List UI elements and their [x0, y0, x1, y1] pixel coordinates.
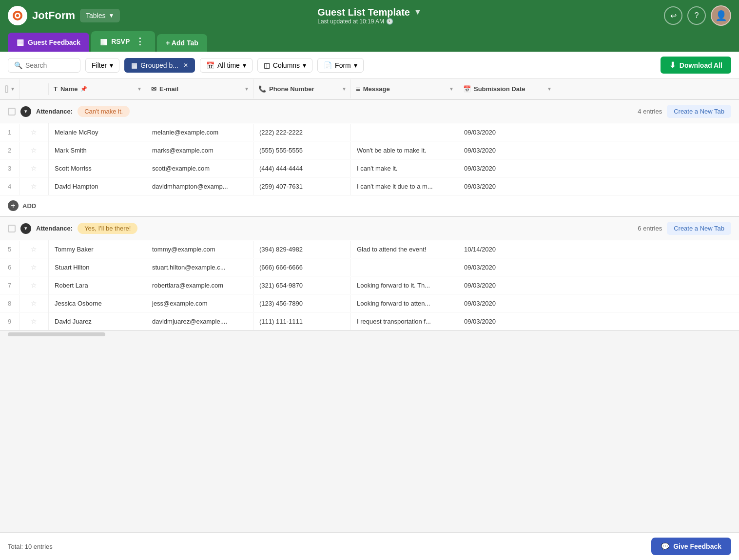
add-circle-icon: + [8, 200, 19, 211]
group-row-cant-make-it: ▾ Attendance: Can't make it. 4 entries C… [0, 100, 739, 123]
add-label: ADD [22, 202, 36, 210]
row-num-4: 4 [0, 178, 19, 195]
grouped-by-button[interactable]: ▦ Grouped b... ✕ [124, 58, 195, 73]
rsvp-tab-menu-icon[interactable]: ⋮ [134, 36, 146, 47]
group2-create-tab-button[interactable]: Create a New Tab [667, 222, 731, 235]
form-chevron-icon: ▾ [354, 61, 357, 69]
add-tab-button[interactable]: + Add Tab [157, 34, 207, 52]
columns-label: Columns [273, 61, 300, 69]
group2-badge: Yes, I'll be there! [78, 223, 137, 234]
col-header-phone[interactable]: 📞 Phone Number ▾ [253, 79, 351, 98]
group1-checkbox[interactable] [8, 108, 16, 116]
tab-guest-feedback-label: Guest Feedback [28, 39, 80, 46]
row-star-3[interactable]: ☆ [19, 159, 49, 177]
row-num-6: 6 [0, 259, 19, 276]
help-button[interactable]: ? [687, 6, 706, 25]
message-chevron-icon[interactable]: ▾ [450, 86, 453, 92]
title-dropdown-icon[interactable]: ▼ [414, 8, 422, 17]
name-col-label: Name [60, 85, 78, 93]
row-date-6: 09/03/2020 [458, 259, 556, 276]
row-phone-8: (123) 456-7890 [253, 295, 351, 312]
group1-attendance-label: Attendance: [36, 108, 73, 115]
phone-icon: 📞 [258, 85, 266, 93]
select-all-checkbox[interactable] [5, 85, 8, 93]
search-box[interactable]: 🔍 [8, 58, 80, 73]
table-row: 3 ☆ Scott Morriss scott@example.com (444… [0, 159, 739, 177]
message-col-label: Message [363, 85, 390, 93]
row-num-5: 5 [0, 241, 19, 258]
clock-icon: 🕙 [386, 18, 393, 25]
header-right: ↩ ? 👤 [664, 5, 731, 26]
row-message-2: Won't be able to make it. [351, 142, 458, 159]
filter-icon: ▾ [110, 61, 113, 69]
svg-point-2 [16, 14, 19, 17]
col-header-message[interactable]: ≡ Message ▾ [351, 79, 458, 99]
date-chevron-icon[interactable]: ▾ [548, 86, 551, 92]
alltime-chevron-icon: ▾ [243, 61, 246, 69]
row-phone-2: (555) 555-5555 [253, 142, 351, 159]
row-star-2[interactable]: ☆ [19, 141, 49, 159]
filter-button[interactable]: Filter ▾ [85, 58, 119, 73]
col-header-email[interactable]: ✉ E-mail ▾ [146, 79, 253, 98]
share-icon: ↩ [670, 11, 677, 20]
col-header-date[interactable]: 📅 Submission Date ▾ [458, 79, 556, 98]
group1-collapse-button[interactable]: ▾ [20, 106, 31, 117]
table-row: 9 ☆ David Juarez davidmjuarez@example...… [0, 312, 739, 330]
tables-button[interactable]: Tables ▼ [80, 9, 120, 22]
download-all-button[interactable]: ⬇ Download All [661, 57, 731, 74]
row-email-1: melanie@example.com [146, 124, 253, 141]
form-label: Form [335, 61, 351, 69]
row-phone-3: (444) 444-4444 [253, 160, 351, 177]
row-message-1 [351, 127, 458, 137]
horizontal-scrollbar[interactable] [8, 332, 105, 336]
phone-col-label: Phone Number [269, 85, 314, 93]
row-num-7: 7 [0, 277, 19, 294]
row-star-8[interactable]: ☆ [19, 294, 49, 312]
col-header-checkbox[interactable]: ▾ [0, 79, 19, 99]
phone-chevron-icon[interactable]: ▾ [343, 86, 346, 92]
table-row: 5 ☆ Tommy Baker tommy@example.com (394) … [0, 240, 739, 258]
row-message-6 [351, 262, 458, 272]
logo-text: JotForm [32, 9, 75, 22]
row-email-8: jess@example.com [146, 295, 253, 312]
row-phone-6: (666) 666-6666 [253, 259, 351, 276]
name-chevron-icon[interactable]: ▾ [138, 86, 141, 92]
row-star-9[interactable]: ☆ [19, 312, 49, 330]
grouped-icon: ▦ [131, 61, 137, 69]
group1-create-tab-button[interactable]: Create a New Tab [667, 105, 731, 118]
col-sort-icon[interactable]: ▾ [11, 86, 14, 92]
row-star-1[interactable]: ☆ [19, 123, 49, 141]
row-name-5: Tommy Baker [49, 241, 146, 258]
row-message-9: I request transportation f... [351, 313, 458, 330]
row-star-7[interactable]: ☆ [19, 276, 49, 294]
grouped-label: Grouped b... [140, 61, 178, 69]
tab-guest-feedback[interactable]: ▦ Guest Feedback [8, 33, 89, 52]
row-star-5[interactable]: ☆ [19, 240, 49, 258]
row-date-8: 09/03/2020 [458, 295, 556, 312]
row-star-4[interactable]: ☆ [19, 177, 49, 195]
row-star-6[interactable]: ☆ [19, 258, 49, 276]
row-name-1: Melanie McRoy [49, 124, 146, 141]
share-button[interactable]: ↩ [664, 6, 682, 25]
col-header-name[interactable]: T Name 📌 ▾ [49, 79, 146, 98]
tab-rsvp[interactable]: ▦ RSVP ⋮ [91, 31, 155, 52]
add-row-group1[interactable]: + ADD [0, 195, 739, 217]
filter-label: Filter [92, 61, 107, 69]
toolbar: 🔍 Filter ▾ ▦ Grouped b... ✕ 📅 All time ▾… [0, 52, 739, 79]
row-phone-7: (321) 654-9870 [253, 277, 351, 294]
guest-feedback-grid-icon: ▦ [17, 38, 24, 47]
search-input[interactable] [25, 61, 74, 69]
email-chevron-icon[interactable]: ▾ [245, 86, 248, 92]
columns-button[interactable]: ◫ Columns ▾ [257, 58, 312, 73]
alltime-button[interactable]: 📅 All time ▾ [200, 58, 253, 73]
alltime-label: All time [217, 61, 240, 69]
group2-checkbox[interactable] [8, 225, 16, 232]
group2-collapse-button[interactable]: ▾ [20, 223, 31, 234]
download-label: Download All [680, 61, 722, 69]
user-avatar[interactable]: 👤 [711, 5, 731, 26]
grouped-close-icon[interactable]: ✕ [183, 62, 188, 69]
table-row: 4 ☆ David Hampton davidmhampton@examp...… [0, 177, 739, 195]
group2-entries: 6 entries [638, 225, 662, 232]
form-button[interactable]: 📄 Form ▾ [317, 58, 364, 73]
row-date-9: 09/03/2020 [458, 313, 556, 330]
